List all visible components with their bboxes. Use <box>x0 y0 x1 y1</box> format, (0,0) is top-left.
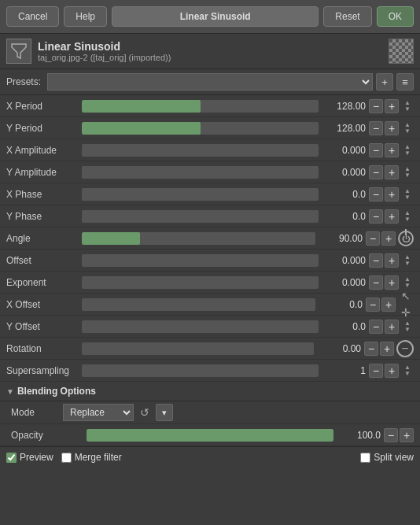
opacity-fill <box>87 429 333 442</box>
merge-group[interactable]: Merge filter <box>61 452 122 463</box>
param-plus-4[interactable]: + <box>385 187 399 201</box>
mode-select[interactable]: Replace Normal Multiply Screen Overlay <box>63 404 134 421</box>
stacked-arrows-10[interactable]: ▲▼ <box>401 320 414 333</box>
param-label-9: X Offset <box>6 299 77 310</box>
param-plus-6[interactable]: + <box>381 231 396 246</box>
param-label-10: Y Offset <box>6 321 77 332</box>
param-minus-8[interactable]: − <box>369 275 383 290</box>
param-minus-4[interactable]: − <box>369 187 383 201</box>
mode-menu-button[interactable]: ▾ <box>156 404 173 421</box>
header-subtitle: taj_orig.jpg-2 ([taj_orig] (imported)) <box>38 53 382 62</box>
param-minus-7[interactable]: − <box>369 253 383 268</box>
stacked-arrows-4[interactable]: ▲▼ <box>401 188 414 201</box>
param-minus-11[interactable]: − <box>364 342 378 356</box>
param-plus-8[interactable]: + <box>385 275 399 290</box>
param-value-2: 0.000 <box>323 145 366 156</box>
param-plus-7[interactable]: + <box>385 253 399 268</box>
param-minus-9[interactable]: − <box>366 298 380 312</box>
minus-circle-icon-11[interactable]: − <box>396 340 414 357</box>
param-slider-10[interactable] <box>82 320 319 333</box>
param-row-exponent: Exponent0.000−+▲▼ <box>0 272 420 294</box>
param-slider-3[interactable] <box>82 166 319 179</box>
preview-group[interactable]: Preview <box>6 452 53 463</box>
blending-header[interactable]: ▼ Blending Options <box>0 382 420 401</box>
param-row-rotation: Rotation0.00−+− <box>0 338 420 360</box>
param-label-6: Angle <box>6 233 77 244</box>
mode-select-container: Replace Normal Multiply Screen Overlay ↺… <box>63 404 414 421</box>
param-label-2: X Amplitude <box>6 145 77 156</box>
stacked-arrows-1[interactable]: ▲▼ <box>401 122 414 135</box>
stacked-arrows-0[interactable]: ▲▼ <box>401 100 414 113</box>
preview-checkbox[interactable] <box>6 453 17 463</box>
split-checkbox[interactable] <box>360 453 370 463</box>
stacked-arrows-8[interactable]: ▲▼ <box>401 276 414 289</box>
param-plus-0[interactable]: + <box>385 99 399 113</box>
param-minus-3[interactable]: − <box>369 165 383 179</box>
param-minus-1[interactable]: − <box>369 121 383 135</box>
param-slider-0[interactable] <box>82 100 319 113</box>
presets-select[interactable] <box>47 73 373 91</box>
arrow-icon-9[interactable]: ↖ <box>398 288 414 304</box>
presets-add-button[interactable]: + <box>376 73 393 91</box>
bottom-bar: Preview Merge filter Split view <box>0 446 420 468</box>
param-value-0: 128.00 <box>323 101 366 112</box>
param-slider-9[interactable] <box>82 298 315 311</box>
stacked-arrows-5[interactable]: ▲▼ <box>401 210 414 223</box>
param-minus-10[interactable]: − <box>369 320 383 334</box>
header-title-group: Linear Sinusoid taj_orig.jpg-2 ([taj_ori… <box>38 40 382 62</box>
stacked-arrows-3[interactable]: ▲▼ <box>401 166 414 179</box>
opacity-slider[interactable] <box>87 429 333 442</box>
param-plus-10[interactable]: + <box>385 320 399 334</box>
param-slider-1[interactable] <box>82 122 319 135</box>
param-label-0: X Period <box>6 101 77 112</box>
crosshair-icon-9[interactable]: ✛ <box>398 305 414 320</box>
param-minus-12[interactable]: − <box>369 364 383 378</box>
param-minus-0[interactable]: − <box>369 99 383 113</box>
param-value-5: 0.0 <box>323 211 366 222</box>
param-plus-2[interactable]: + <box>385 143 399 157</box>
opacity-plus-button[interactable]: + <box>400 428 414 442</box>
param-plus-11[interactable]: + <box>380 342 394 356</box>
param-slider-11[interactable] <box>82 342 314 355</box>
param-controls-3: −+ <box>369 165 399 179</box>
opacity-value: 100.0 <box>338 430 381 441</box>
param-row-angle: Angle90.00−+⏻ <box>0 227 420 250</box>
param-slider-2[interactable] <box>82 144 319 157</box>
param-label-12: Supersampling <box>6 365 77 376</box>
param-slider-7[interactable] <box>82 254 319 267</box>
param-minus-6[interactable]: − <box>366 231 380 246</box>
reset-button[interactable]: Reset <box>323 6 371 27</box>
param-plus-1[interactable]: + <box>385 121 399 135</box>
mode-refresh-icon[interactable]: ↺ <box>137 405 153 420</box>
split-label: Split view <box>374 452 414 463</box>
stacked-arrows-2[interactable]: ▲▼ <box>401 144 414 157</box>
param-plus-3[interactable]: + <box>385 165 399 179</box>
param-minus-2[interactable]: − <box>369 143 383 157</box>
param-slider-12[interactable] <box>82 364 319 377</box>
presets-row: Presets: + ≡ <box>0 69 420 95</box>
preview-label: Preview <box>20 452 53 463</box>
stacked-arrows-12[interactable]: ▲▼ <box>401 364 414 377</box>
param-minus-5[interactable]: − <box>369 209 383 224</box>
param-plus-12[interactable]: + <box>385 364 399 378</box>
mode-row: Mode Replace Normal Multiply Screen Over… <box>0 401 420 424</box>
ok-button[interactable]: OK <box>377 6 414 27</box>
split-group[interactable]: Split view <box>360 452 414 463</box>
power-icon-6[interactable]: ⏻ <box>398 231 414 246</box>
opacity-row: Opacity 100.0 − + <box>0 424 420 446</box>
param-slider-6[interactable] <box>82 232 315 245</box>
param-plus-9[interactable]: + <box>381 298 396 312</box>
param-plus-5[interactable]: + <box>385 209 399 224</box>
presets-menu-button[interactable]: ≡ <box>396 73 414 91</box>
cancel-button[interactable]: Cancel <box>6 6 59 27</box>
param-label-4: X Phase <box>6 189 77 200</box>
stacked-arrows-7[interactable]: ▲▼ <box>401 254 414 267</box>
param-slider-8[interactable] <box>82 276 319 289</box>
merge-checkbox[interactable] <box>61 453 72 463</box>
presets-label: Presets: <box>6 76 41 87</box>
param-slider-4[interactable] <box>82 188 319 201</box>
param-slider-5[interactable] <box>82 210 319 223</box>
opacity-minus-button[interactable]: − <box>384 428 398 442</box>
help-button[interactable]: Help <box>64 6 107 27</box>
param-label-7: Offset <box>6 255 77 266</box>
